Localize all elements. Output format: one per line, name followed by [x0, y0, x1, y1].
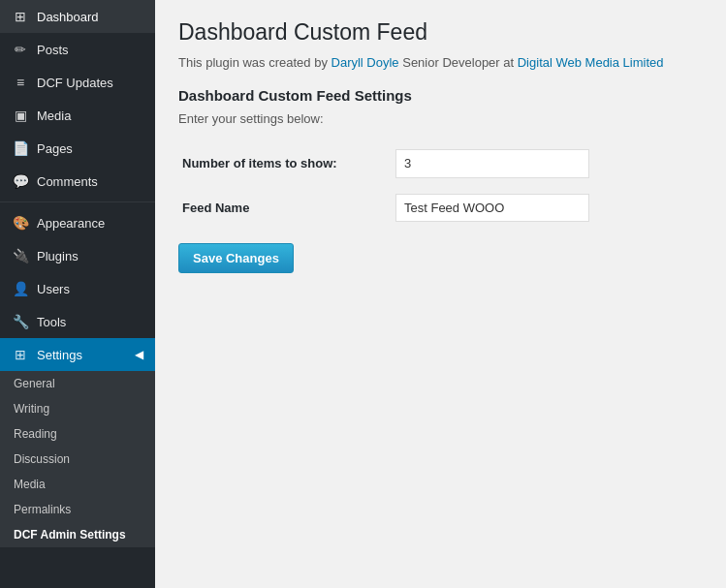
sidebar-item-label: Pages	[37, 141, 73, 156]
appearance-icon: 🎨	[12, 215, 29, 231]
sidebar-item-label: DCF Updates	[37, 76, 113, 90]
credit-author-link[interactable]: Daryll Doyle	[331, 55, 399, 70]
sidebar-item-label: Posts	[37, 43, 69, 57]
sidebar-item-appearance[interactable]: 🎨 Appearance	[0, 206, 155, 239]
feed-name-input[interactable]	[395, 194, 589, 223]
plugins-icon: 🔌	[12, 248, 29, 263]
submenu-item-permalinks[interactable]: Permalinks	[0, 497, 155, 522]
settings-description: Enter your settings below:	[178, 111, 703, 126]
sidebar-item-label: Plugins	[37, 249, 79, 263]
submenu-item-dcf-admin[interactable]: DCF Admin Settings	[0, 522, 155, 547]
sidebar: ⊞ Dashboard ✏ Posts ≡ DCF Updates ▣ Medi…	[0, 0, 155, 588]
sidebar-item-dashboard[interactable]: ⊞ Dashboard	[0, 0, 155, 33]
page-title: Dashboard Custom Feed	[178, 19, 703, 46]
sidebar-item-label: Settings	[37, 348, 82, 362]
sidebar-item-settings[interactable]: ⊞ Settings ◀	[0, 338, 155, 371]
credit-middle: Senior Developer at	[399, 55, 518, 70]
settings-submenu: General Writing Reading Discussion Media…	[0, 371, 155, 547]
num-items-input[interactable]	[395, 149, 589, 178]
dashboard-icon: ⊞	[12, 9, 29, 24]
comments-icon: 💬	[12, 173, 29, 189]
table-row: Feed Name	[178, 186, 703, 231]
credit-prefix: This plugin was created by	[178, 55, 331, 70]
sidebar-item-comments[interactable]: 💬 Comments	[0, 165, 155, 198]
settings-table: Number of items to show: Feed Name	[178, 141, 703, 230]
dcf-updates-icon: ≡	[12, 75, 29, 90]
sidebar-item-pages[interactable]: 📄 Pages	[0, 132, 155, 165]
settings-section-title: Dashboard Custom Feed Settings	[178, 87, 703, 104]
sidebar-item-posts[interactable]: ✏ Posts	[0, 33, 155, 66]
settings-icon: ⊞	[12, 347, 29, 362]
submenu-item-general[interactable]: General	[0, 371, 155, 396]
settings-arrow-icon: ◀	[135, 348, 143, 361]
table-row: Number of items to show:	[178, 141, 703, 186]
posts-icon: ✏	[12, 42, 29, 57]
sidebar-item-label: Tools	[37, 315, 66, 329]
main-content: Dashboard Custom Feed This plugin was cr…	[155, 0, 726, 588]
sidebar-item-media[interactable]: ▣ Media	[0, 99, 155, 132]
submenu-item-media-sub[interactable]: Media	[0, 472, 155, 497]
pages-icon: 📄	[12, 140, 29, 156]
tools-icon: 🔧	[12, 314, 29, 329]
submenu-item-reading[interactable]: Reading	[0, 421, 155, 447]
media-icon: ▣	[12, 108, 29, 123]
sidebar-divider-1	[0, 201, 155, 202]
sidebar-item-label: Users	[37, 282, 70, 296]
sidebar-item-label: Dashboard	[37, 10, 99, 24]
sidebar-item-dcf-updates[interactable]: ≡ DCF Updates	[0, 66, 155, 99]
sidebar-item-label: Media	[37, 108, 71, 123]
users-icon: 👤	[12, 281, 29, 296]
sidebar-item-plugins[interactable]: 🔌 Plugins	[0, 239, 155, 272]
submenu-item-discussion[interactable]: Discussion	[0, 447, 155, 472]
save-changes-button[interactable]: Save Changes	[178, 243, 294, 273]
sidebar-item-tools[interactable]: 🔧 Tools	[0, 305, 155, 338]
plugin-credit: This plugin was created by Daryll Doyle …	[178, 55, 703, 70]
submenu-item-writing[interactable]: Writing	[0, 396, 155, 421]
credit-company-link[interactable]: Digital Web Media Limited	[518, 55, 664, 70]
sidebar-item-label: Comments	[37, 174, 98, 189]
field-cell-feed-name	[392, 186, 703, 231]
field-label-num-items: Number of items to show:	[178, 141, 392, 186]
field-cell-num-items	[392, 141, 703, 186]
sidebar-item-users[interactable]: 👤 Users	[0, 272, 155, 305]
sidebar-item-label: Appearance	[37, 216, 105, 231]
field-label-feed-name: Feed Name	[178, 186, 392, 231]
